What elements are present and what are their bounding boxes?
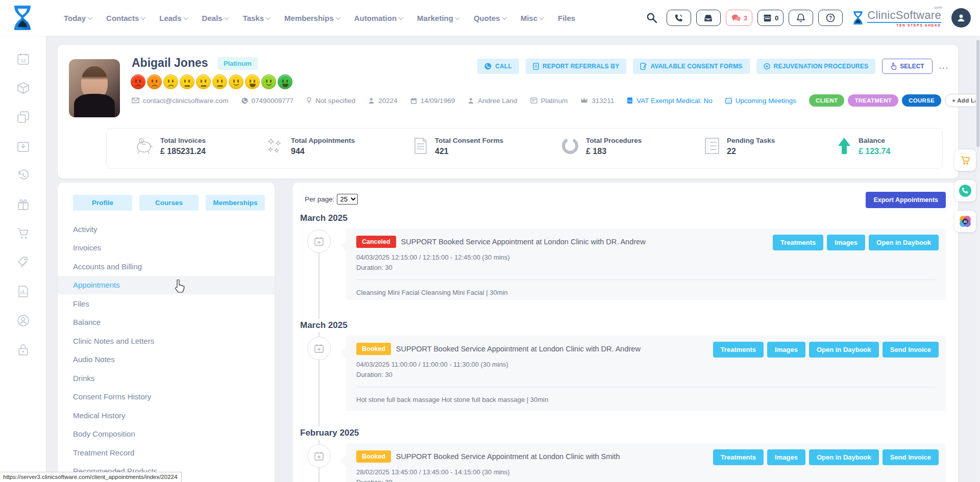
open-in-daybook-button[interactable]: Open in Daybook xyxy=(809,342,879,358)
account-icon[interactable] xyxy=(16,314,30,327)
send-invoice-button[interactable]: Send Invoice xyxy=(883,342,939,358)
chat-notifications-button[interactable]: 3 xyxy=(726,10,752,26)
appointment-duration: Duration: 30 xyxy=(356,478,936,482)
sidebar-item-files[interactable]: Files xyxy=(58,294,275,313)
sidebar-item-medical-history[interactable]: Medical History xyxy=(58,406,275,425)
notifications-button[interactable] xyxy=(789,10,813,26)
report-referrals-button[interactable]: REPORT REFERRALS BY xyxy=(526,59,626,74)
price-tags-icon[interactable] xyxy=(16,256,30,269)
nav-memberships[interactable]: Memberships xyxy=(284,14,340,22)
nav-today[interactable]: Today xyxy=(64,14,92,22)
select-button[interactable]: SELECT xyxy=(882,59,932,74)
help-button[interactable]: ? xyxy=(818,10,843,26)
tab-courses[interactable]: Courses xyxy=(139,195,199,211)
sidebar-item-audio-notes[interactable]: Audio Notes xyxy=(58,350,275,369)
nav-marketing[interactable]: Marketing xyxy=(417,14,460,22)
nav-files[interactable]: Files xyxy=(558,14,575,22)
sidebar-item-drinks[interactable]: Drinks xyxy=(58,369,275,388)
mood-face-9-icon[interactable] xyxy=(261,74,276,89)
dialer-button[interactable] xyxy=(667,10,691,26)
label-client[interactable]: CLIENT xyxy=(809,94,844,107)
cart-icon[interactable] xyxy=(16,226,30,240)
package-icon[interactable] xyxy=(16,81,30,95)
consent-forms-button[interactable]: AVAILABLE CONSENT FORMS xyxy=(633,59,749,74)
gift-icon[interactable] xyxy=(16,197,30,211)
send-invoice-button[interactable]: Send Invoice xyxy=(883,449,939,465)
mood-face-10-icon[interactable] xyxy=(278,74,292,89)
calendar-import-icon[interactable] xyxy=(16,139,30,153)
client-membership[interactable]: Platinum xyxy=(530,97,568,105)
mood-face-2-icon[interactable] xyxy=(147,74,162,89)
sidebar-item-invoices[interactable]: Invoices xyxy=(58,239,275,258)
mood-face-5-icon[interactable] xyxy=(196,74,211,89)
client-owner[interactable]: Andree Land xyxy=(468,97,517,105)
quick-call-button[interactable] xyxy=(954,180,976,201)
duplicate-icon[interactable] xyxy=(16,110,30,124)
shop-button[interactable]: 0 xyxy=(757,10,783,26)
sidebar-item-activity[interactable]: Activity xyxy=(58,220,275,239)
call-button[interactable]: CALL xyxy=(477,59,519,74)
sidebar-item-appointments[interactable]: Appointments xyxy=(58,276,275,295)
client-loyalty-points[interactable]: 313211 xyxy=(580,97,614,105)
nav-tasks[interactable]: Tasks xyxy=(243,14,271,22)
client-photo[interactable] xyxy=(69,59,120,117)
mood-face-7-icon[interactable] xyxy=(229,74,243,89)
search-icon[interactable] xyxy=(646,12,657,23)
sidebar-item-balance[interactable]: Balance xyxy=(58,313,275,332)
mood-face-6-icon[interactable] xyxy=(212,74,227,89)
nav-contacts[interactable]: Contacts xyxy=(106,14,145,22)
images-button[interactable]: Images xyxy=(767,342,805,358)
sidebar-item-treatment-record[interactable]: Treatment Record xyxy=(58,443,275,462)
user-avatar[interactable] xyxy=(951,8,971,28)
client-id[interactable]: 20224 xyxy=(368,97,398,105)
upcoming-meetings-link[interactable]: 12Upcoming Meetings xyxy=(725,97,796,105)
per-page-select[interactable]: 25 xyxy=(337,194,358,205)
client-dob[interactable]: 14/09/1969 xyxy=(410,97,455,105)
treatments-button[interactable]: Treatments xyxy=(713,342,764,358)
nav-leads[interactable]: Leads xyxy=(159,14,188,22)
appointment-title: SUPPORT Booked Service Appointment at Lo… xyxy=(396,452,620,461)
sidebar-item-accounts-and-billing[interactable]: Accounts and Billing xyxy=(58,257,275,276)
scrollbar-thumb[interactable] xyxy=(976,40,979,147)
treatments-button[interactable]: Treatments xyxy=(713,449,764,465)
topbar-icons: 3 0 ? ClinicSoftware.com TEN STEPS AHEAD xyxy=(646,0,971,36)
mood-face-3-icon[interactable] xyxy=(163,74,178,89)
sidebar-item-consent-forms-history[interactable]: Consent Forms History xyxy=(58,388,275,407)
nav-misc[interactable]: Misc xyxy=(521,14,544,22)
mood-face-1-icon[interactable] xyxy=(131,74,145,89)
more-actions-button[interactable]: ... xyxy=(939,62,949,71)
images-button[interactable]: Images xyxy=(767,449,805,465)
label-course[interactable]: COURSE xyxy=(902,94,941,107)
app-logo[interactable] xyxy=(8,3,37,33)
page-scrollbar[interactable] xyxy=(975,36,980,482)
sidebar-item-body-composition[interactable]: Body Composition xyxy=(58,425,275,444)
label-treatment[interactable]: TREATMENT xyxy=(848,94,898,107)
images-button[interactable]: Images xyxy=(827,235,865,250)
tab-profile[interactable]: Profile xyxy=(73,195,132,211)
quick-cart-button[interactable] xyxy=(954,149,976,171)
treatments-button[interactable]: Treatments xyxy=(773,235,823,250)
open-in-daybook-button[interactable]: Open in Daybook xyxy=(809,449,879,465)
client-email[interactable]: contact@clinicsoftware.com xyxy=(132,97,229,105)
report-chart-icon[interactable] xyxy=(16,285,30,298)
nav-deals[interactable]: Deals xyxy=(202,14,229,22)
client-vat-link[interactable]: A2VAT Exempt Medical: No xyxy=(627,97,713,105)
mood-face-4-icon[interactable] xyxy=(180,74,194,89)
calendar-date-icon[interactable]: 12 xyxy=(16,52,30,66)
sidebar-item-clinic-notes[interactable]: Clinic Notes and Letters xyxy=(58,332,275,350)
export-appointments-button[interactable]: Export Appointments xyxy=(866,192,946,208)
client-address[interactable]: Not specified xyxy=(306,97,355,105)
add-label-button[interactable]: + Add Labe xyxy=(945,94,980,107)
nav-automation[interactable]: Automation xyxy=(354,14,403,22)
ai-assistant-button[interactable]: AI xyxy=(954,211,976,232)
lock-icon[interactable] xyxy=(16,343,30,357)
mood-face-8-icon[interactable] xyxy=(245,74,260,89)
inbox-button[interactable] xyxy=(696,10,721,26)
nav-quotes[interactable]: Quotes xyxy=(474,14,507,22)
rejuvenation-button[interactable]: REJUVENATION PROCEDURES xyxy=(756,59,876,74)
open-in-daybook-button[interactable]: Open in Daybook xyxy=(869,235,939,250)
brand-logo[interactable]: ClinicSoftware.com TEN STEPS AHEAD xyxy=(852,9,941,27)
history-icon[interactable] xyxy=(16,168,30,182)
client-phone[interactable]: 07490009777 xyxy=(241,97,294,105)
tab-memberships[interactable]: Memberships xyxy=(206,195,265,211)
